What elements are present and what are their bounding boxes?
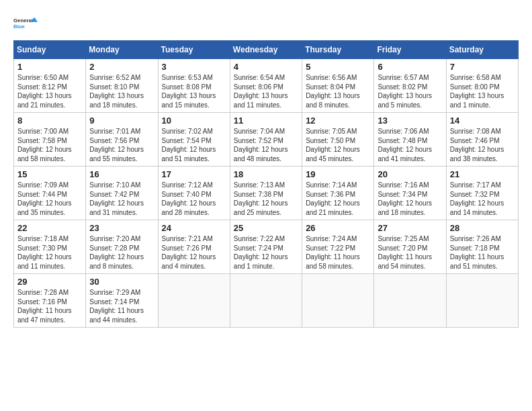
table-row: 30 Sunrise: 7:29 AMSunset: 7:14 PMDaylig… — [86, 274, 158, 328]
day-detail: Sunrise: 7:09 AMSunset: 7:44 PMDaylight:… — [17, 181, 82, 217]
table-row: 14 Sunrise: 7:08 AMSunset: 7:46 PMDaylig… — [446, 113, 518, 167]
table-row: 5 Sunrise: 6:56 AMSunset: 8:04 PMDayligh… — [302, 59, 374, 113]
col-sunday: Sunday — [14, 41, 86, 59]
table-row: 1 Sunrise: 6:50 AMSunset: 8:12 PMDayligh… — [14, 59, 86, 113]
table-row: 27 Sunrise: 7:25 AMSunset: 7:20 PMDaylig… — [374, 220, 446, 274]
col-tuesday: Tuesday — [158, 41, 230, 59]
day-detail: Sunrise: 6:53 AMSunset: 8:08 PMDaylight:… — [162, 73, 226, 109]
table-row: 19 Sunrise: 7:14 AMSunset: 7:36 PMDaylig… — [302, 167, 374, 220]
table-row: 4 Sunrise: 6:54 AMSunset: 8:06 PMDayligh… — [230, 59, 302, 113]
table-row: 16 Sunrise: 7:10 AMSunset: 7:42 PMDaylig… — [86, 167, 158, 220]
calendar-week-row: 15 Sunrise: 7:09 AMSunset: 7:44 PMDaylig… — [14, 167, 519, 220]
day-detail: Sunrise: 7:20 AMSunset: 7:28 PMDaylight:… — [89, 234, 154, 271]
day-detail: Sunrise: 7:18 AMSunset: 7:30 PMDaylight:… — [17, 234, 82, 271]
calendar-header: Sunday Monday Tuesday Wednesday Thursday… — [14, 41, 519, 59]
table-row: 3 Sunrise: 6:53 AMSunset: 8:08 PMDayligh… — [158, 59, 230, 113]
col-thursday: Thursday — [302, 41, 374, 59]
logo-graphic: General Blue — [13, 11, 38, 35]
day-number: 5 — [306, 62, 370, 72]
day-number: 10 — [162, 116, 226, 126]
day-number: 14 — [450, 116, 515, 126]
day-detail: Sunrise: 7:01 AMSunset: 7:56 PMDaylight:… — [89, 127, 154, 163]
col-saturday: Saturday — [446, 41, 518, 59]
day-detail: Sunrise: 7:29 AMSunset: 7:14 PMDaylight:… — [89, 288, 154, 324]
day-detail: Sunrise: 7:25 AMSunset: 7:20 PMDaylight:… — [378, 234, 442, 271]
calendar-week-row: 8 Sunrise: 7:00 AMSunset: 7:58 PMDayligh… — [14, 113, 519, 167]
day-number: 4 — [234, 62, 298, 72]
table-row: 13 Sunrise: 7:06 AMSunset: 7:48 PMDaylig… — [374, 113, 446, 167]
day-number: 7 — [450, 62, 515, 72]
day-number: 6 — [378, 62, 442, 72]
day-number: 22 — [17, 223, 82, 233]
day-detail: Sunrise: 7:28 AMSunset: 7:16 PMDaylight:… — [17, 288, 82, 324]
table-row: 9 Sunrise: 7:01 AMSunset: 7:56 PMDayligh… — [86, 113, 158, 167]
day-detail: Sunrise: 6:56 AMSunset: 8:04 PMDaylight:… — [306, 73, 370, 109]
table-row: 25 Sunrise: 7:22 AMSunset: 7:24 PMDaylig… — [230, 220, 302, 274]
col-wednesday: Wednesday — [230, 41, 302, 59]
day-detail: Sunrise: 7:10 AMSunset: 7:42 PMDaylight:… — [89, 181, 154, 217]
calendar-body: 1 Sunrise: 6:50 AMSunset: 8:12 PMDayligh… — [14, 59, 519, 328]
table-row: 7 Sunrise: 6:58 AMSunset: 8:00 PMDayligh… — [446, 59, 518, 113]
table-row — [158, 274, 230, 328]
day-detail: Sunrise: 6:50 AMSunset: 8:12 PMDaylight:… — [17, 73, 82, 109]
day-detail: Sunrise: 7:02 AMSunset: 7:54 PMDaylight:… — [162, 127, 226, 163]
col-friday: Friday — [374, 41, 446, 59]
day-number: 28 — [450, 223, 515, 233]
day-detail: Sunrise: 7:00 AMSunset: 7:58 PMDaylight:… — [17, 127, 82, 163]
day-detail: Sunrise: 7:05 AMSunset: 7:50 PMDaylight:… — [306, 127, 370, 163]
table-row: 12 Sunrise: 7:05 AMSunset: 7:50 PMDaylig… — [302, 113, 374, 167]
day-number: 20 — [378, 169, 442, 179]
calendar-week-row: 22 Sunrise: 7:18 AMSunset: 7:30 PMDaylig… — [14, 220, 519, 274]
table-row: 22 Sunrise: 7:18 AMSunset: 7:30 PMDaylig… — [14, 220, 86, 274]
day-number: 16 — [89, 169, 154, 179]
calendar-week-row: 29 Sunrise: 7:28 AMSunset: 7:16 PMDaylig… — [14, 274, 519, 328]
table-row: 15 Sunrise: 7:09 AMSunset: 7:44 PMDaylig… — [14, 167, 86, 220]
day-number: 2 — [89, 62, 154, 72]
day-number: 9 — [89, 116, 154, 126]
table-row: 21 Sunrise: 7:17 AMSunset: 7:32 PMDaylig… — [446, 167, 518, 220]
day-detail: Sunrise: 7:24 AMSunset: 7:22 PMDaylight:… — [306, 234, 370, 271]
calendar-week-row: 1 Sunrise: 6:50 AMSunset: 8:12 PMDayligh… — [14, 59, 519, 113]
day-number: 11 — [234, 116, 298, 126]
day-number: 8 — [17, 116, 82, 126]
day-number: 23 — [89, 223, 154, 233]
day-detail: Sunrise: 7:06 AMSunset: 7:48 PMDaylight:… — [378, 127, 442, 163]
table-row: 29 Sunrise: 7:28 AMSunset: 7:16 PMDaylig… — [14, 274, 86, 328]
day-detail: Sunrise: 6:54 AMSunset: 8:06 PMDaylight:… — [234, 73, 298, 109]
day-detail: Sunrise: 7:21 AMSunset: 7:26 PMDaylight:… — [162, 234, 226, 271]
table-row — [302, 274, 374, 328]
calendar-table: Sunday Monday Tuesday Wednesday Thursday… — [13, 40, 519, 328]
table-row: 2 Sunrise: 6:52 AMSunset: 8:10 PMDayligh… — [86, 59, 158, 113]
day-number: 25 — [234, 223, 298, 233]
day-number: 1 — [17, 62, 82, 72]
day-number: 12 — [306, 116, 370, 126]
table-row: 26 Sunrise: 7:24 AMSunset: 7:22 PMDaylig… — [302, 220, 374, 274]
day-number: 3 — [162, 62, 226, 72]
day-detail: Sunrise: 7:26 AMSunset: 7:18 PMDaylight:… — [450, 234, 515, 271]
table-row — [446, 274, 518, 328]
day-number: 30 — [89, 277, 154, 287]
table-row: 8 Sunrise: 7:00 AMSunset: 7:58 PMDayligh… — [14, 113, 86, 167]
day-detail: Sunrise: 7:16 AMSunset: 7:34 PMDaylight:… — [378, 181, 442, 217]
table-row: 28 Sunrise: 7:26 AMSunset: 7:18 PMDaylig… — [446, 220, 518, 274]
day-number: 26 — [306, 223, 370, 233]
day-number: 18 — [234, 169, 298, 179]
page-container: General Blue Sunday Monday Tuesday Wedne… — [0, 0, 532, 334]
day-detail: Sunrise: 6:52 AMSunset: 8:10 PMDaylight:… — [89, 73, 154, 109]
day-number: 27 — [378, 223, 442, 233]
day-number: 24 — [162, 223, 226, 233]
table-row — [374, 274, 446, 328]
table-row: 11 Sunrise: 7:04 AMSunset: 7:52 PMDaylig… — [230, 113, 302, 167]
day-number: 29 — [17, 277, 82, 287]
day-number: 17 — [162, 169, 226, 179]
table-row — [230, 274, 302, 328]
table-row: 23 Sunrise: 7:20 AMSunset: 7:28 PMDaylig… — [86, 220, 158, 274]
table-row: 17 Sunrise: 7:12 AMSunset: 7:40 PMDaylig… — [158, 167, 230, 220]
table-row: 20 Sunrise: 7:16 AMSunset: 7:34 PMDaylig… — [374, 167, 446, 220]
day-number: 19 — [306, 169, 370, 179]
col-monday: Monday — [86, 41, 158, 59]
table-row: 6 Sunrise: 6:57 AMSunset: 8:02 PMDayligh… — [374, 59, 446, 113]
logo: General Blue — [13, 11, 38, 35]
table-row: 24 Sunrise: 7:21 AMSunset: 7:26 PMDaylig… — [158, 220, 230, 274]
day-number: 15 — [17, 169, 82, 179]
